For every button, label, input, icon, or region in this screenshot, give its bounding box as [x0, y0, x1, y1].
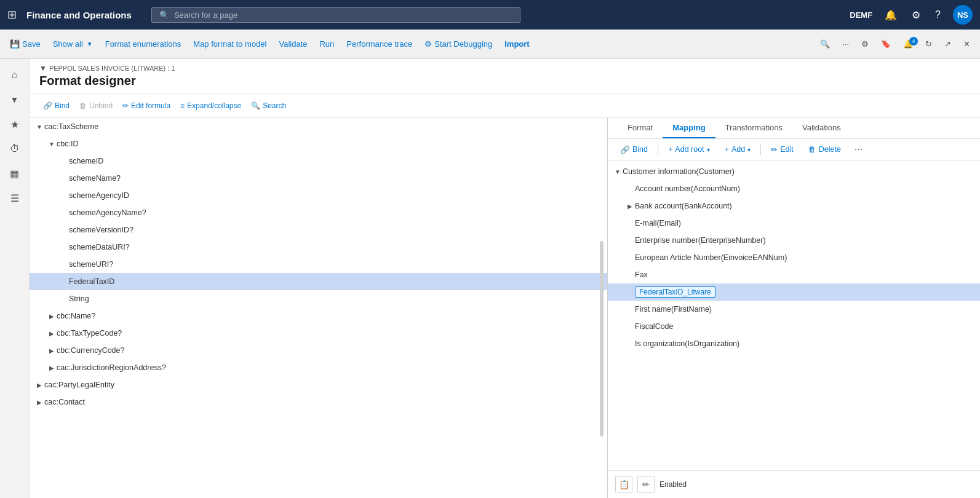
- tree-item-schemeAgencyName[interactable]: schemeAgencyName?: [30, 204, 607, 221]
- map-item-first-name[interactable]: First name(FirstName): [608, 301, 980, 318]
- map-expand-icon-customer-info[interactable]: ▼: [613, 167, 623, 176]
- expand-icon-cbc-CurrencyCode[interactable]: ▶: [47, 346, 57, 355]
- more-mapping-button[interactable]: ···: [851, 143, 866, 156]
- validate-button[interactable]: Validate: [274, 37, 312, 51]
- run-button[interactable]: Run: [314, 37, 339, 51]
- map-item-fax[interactable]: Fax: [608, 266, 980, 283]
- map-item-fiscal-code[interactable]: FiscalCode: [608, 318, 980, 335]
- map-item-european-article[interactable]: European Article Number(EinvoiceEANNum): [608, 249, 980, 266]
- unbind-icon: 🗑: [79, 101, 87, 110]
- map-item-email[interactable]: E-mail(Email): [608, 215, 980, 232]
- bind-button[interactable]: 🔗 Bind: [39, 100, 73, 112]
- enabled-badge: Enabled: [659, 480, 687, 489]
- performance-trace-button[interactable]: Performance trace: [341, 37, 417, 51]
- add-button[interactable]: + Add ▾: [720, 143, 756, 156]
- map-item-enterprise-number[interactable]: Enterprise number(EnterpriseNumber): [608, 232, 980, 249]
- debug-icon: ⚙: [424, 39, 432, 49]
- expand-collapse-button[interactable]: ≡ Expand/collapse: [177, 100, 245, 112]
- delete-button[interactable]: 🗑 Delete: [803, 143, 846, 156]
- label-String: String: [69, 294, 602, 303]
- settings-button[interactable]: ⚙: [909, 7, 923, 23]
- expand-icon-cac-JurisdictionRegionAddress[interactable]: ▶: [47, 363, 57, 373]
- import-button[interactable]: Import: [500, 37, 534, 51]
- tree-item-schemeAgencyID[interactable]: schemeAgencyID: [30, 187, 607, 204]
- sidebar-list-icon[interactable]: ☰: [4, 187, 26, 209]
- customize-button[interactable]: ⚙: [856, 37, 874, 51]
- expand-icon-cac-PartyLegalEntity[interactable]: ▶: [34, 380, 44, 390]
- notification-button[interactable]: 🔔: [882, 7, 899, 23]
- start-debugging-button[interactable]: ⚙ Start Debugging: [420, 37, 497, 51]
- label-fax: Fax: [635, 271, 648, 279]
- tab-mapping[interactable]: Mapping: [663, 118, 715, 138]
- tree-item-cbc-TaxTypeCode[interactable]: ▶cbc:TaxTypeCode?: [30, 325, 607, 342]
- search-input[interactable]: [174, 10, 512, 20]
- tree-item-cac-Contact[interactable]: ▶cac:Contact: [30, 393, 607, 411]
- vertical-scrollbar[interactable]: [600, 241, 604, 437]
- search-toolbar-icon: 🔍: [251, 101, 260, 110]
- tree-item-cac-JurisdictionRegionAddress[interactable]: ▶cac:JurisdictionRegionAddress?: [30, 359, 607, 376]
- map-expand-icon-european-article: [625, 253, 635, 263]
- bookmark-button[interactable]: 🔖: [876, 37, 896, 51]
- format-designer-toolbar: 🔗 Bind 🗑 Unbind ✏ Edit formula ≡ Expand/…: [30, 93, 980, 118]
- mapping-bind-icon: 🔗: [620, 145, 630, 154]
- sidebar-filter-icon[interactable]: ▼: [4, 89, 26, 111]
- tree-item-schemeName[interactable]: schemeName?: [30, 170, 607, 187]
- sidebar-grid-icon[interactable]: ▦: [4, 162, 26, 184]
- save-button[interactable]: 💾 Save: [5, 37, 46, 51]
- close-button[interactable]: ✕: [958, 37, 975, 51]
- tree-item-cbc-ID[interactable]: ▼cbc:ID: [30, 135, 607, 152]
- main-content: ▼ PEPPOL SALES INVOICE (LITWARE) : 1 For…: [30, 59, 980, 498]
- map-item-bank-account[interactable]: ▶Bank account(BankAccount): [608, 197, 980, 215]
- expand-icon-cac-Contact[interactable]: ▶: [34, 397, 44, 407]
- expand-icon-cbc-ID[interactable]: ▼: [47, 139, 57, 149]
- edit-button[interactable]: ✏ Edit: [766, 143, 799, 156]
- filter-icon: ▼: [39, 64, 47, 73]
- label-schemeAgencyID: schemeAgencyID: [69, 191, 602, 200]
- copy-button[interactable]: 📋: [615, 476, 632, 493]
- tree-item-schemeDataURI[interactable]: schemeDataURI?: [30, 239, 607, 256]
- edit-formula-button[interactable]: ✏ Edit formula: [119, 100, 174, 112]
- app-grid-icon[interactable]: ⊞: [7, 8, 17, 22]
- open-new-button[interactable]: ↗: [939, 37, 956, 51]
- tree-item-cac-PartyLegalEntity[interactable]: ▶cac:PartyLegalEntity: [30, 376, 607, 393]
- tree-item-String[interactable]: String: [30, 290, 607, 307]
- sidebar-favorites-icon[interactable]: ★: [4, 113, 26, 135]
- search-bar[interactable]: 🔍: [151, 7, 520, 23]
- tree-item-FederalTaxID[interactable]: FederalTaxID: [30, 273, 607, 290]
- map-format-to-model-button[interactable]: Map format to model: [188, 37, 271, 51]
- map-item-federal-tax-id[interactable]: FederalTaxID_Litware: [608, 283, 980, 301]
- notification-action-button[interactable]: 🔔 4: [898, 37, 918, 51]
- tab-validations[interactable]: Validations: [792, 118, 851, 138]
- map-expand-icon-bank-account[interactable]: ▶: [625, 201, 635, 211]
- expand-icon-cac-TaxScheme[interactable]: ▼: [34, 122, 44, 132]
- tab-format[interactable]: Format: [618, 118, 663, 138]
- sidebar-history-icon[interactable]: ⏱: [4, 138, 26, 160]
- add-root-button[interactable]: + Add root ▾: [663, 143, 715, 156]
- tree-item-cbc-Name[interactable]: ▶cbc:Name?: [30, 307, 607, 325]
- tree-item-cbc-CurrencyCode[interactable]: ▶cbc:CurrencyCode?: [30, 342, 607, 359]
- expand-icon-cbc-Name[interactable]: ▶: [47, 311, 57, 321]
- show-all-button[interactable]: Show all ▼: [48, 37, 98, 51]
- mapping-bind-button[interactable]: 🔗 Bind: [615, 143, 653, 156]
- refresh-button[interactable]: ↻: [920, 37, 937, 51]
- avatar[interactable]: NS: [953, 5, 973, 25]
- label-schemeAgencyName: schemeAgencyName?: [69, 208, 602, 217]
- tree-item-cac-TaxScheme[interactable]: ▼cac:TaxScheme: [30, 118, 607, 135]
- help-button[interactable]: ?: [933, 7, 943, 23]
- map-item-account-number[interactable]: Account number(AccountNum): [608, 180, 980, 197]
- tab-transformations[interactable]: Transformations: [715, 118, 792, 138]
- sidebar-home-icon[interactable]: ⌂: [4, 64, 26, 86]
- add-root-plus-icon: +: [668, 145, 672, 154]
- tree-item-schemeURI[interactable]: schemeURI?: [30, 256, 607, 273]
- edit-bottom-button[interactable]: ✏: [637, 476, 655, 493]
- format-enumerations-button[interactable]: Format enumerations: [100, 37, 186, 51]
- unbind-button[interactable]: 🗑 Unbind: [76, 100, 116, 112]
- map-item-is-organization[interactable]: Is organization(IsOrganization): [608, 335, 980, 352]
- more-options-button[interactable]: ···: [837, 37, 854, 51]
- tree-item-schemeID[interactable]: schemeID: [30, 152, 607, 170]
- map-item-customer-info[interactable]: ▼Customer information(Customer): [608, 163, 980, 180]
- search-toolbar-button[interactable]: 🔍 Search: [247, 100, 290, 112]
- search-action-button[interactable]: 🔍: [815, 37, 835, 51]
- expand-icon-cbc-TaxTypeCode[interactable]: ▶: [47, 328, 57, 338]
- tree-item-schemeVersionID[interactable]: schemeVersionID?: [30, 221, 607, 239]
